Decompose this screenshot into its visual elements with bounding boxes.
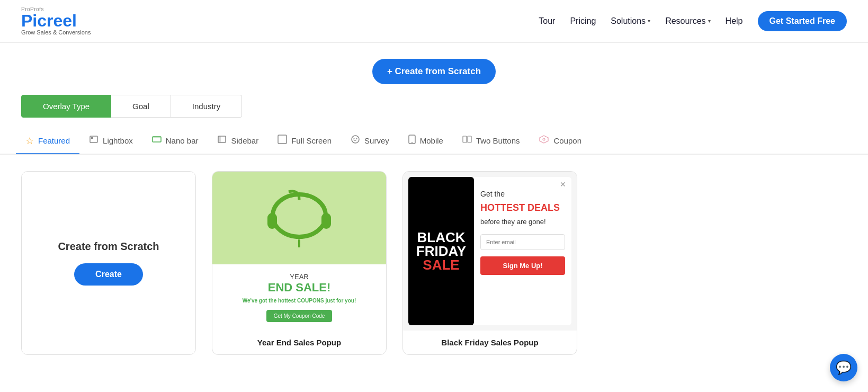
svg-rect-0	[90, 136, 97, 142]
create-scratch-title: Create from Scratch	[58, 240, 159, 253]
svg-point-9	[356, 138, 357, 139]
overlay-tab-featured[interactable]: ☆ Featured	[16, 129, 79, 155]
svg-rect-1	[91, 137, 93, 139]
svg-point-11	[411, 142, 413, 143]
filter-tab-overlay-type[interactable]: Overlay Type	[21, 95, 111, 118]
twobuttons-icon	[462, 135, 472, 147]
svg-rect-12	[463, 136, 467, 142]
year-end-preview-image	[212, 172, 386, 264]
headphones-icon	[257, 184, 342, 253]
overlay-tab-mobile[interactable]: Mobile	[399, 128, 453, 155]
svg-rect-5	[218, 136, 221, 142]
nav-tour[interactable]: Tour	[539, 16, 555, 26]
nav-solutions[interactable]: Solutions ▾	[611, 16, 650, 26]
bf-before-text: before they are gone!	[480, 218, 565, 226]
get-started-button[interactable]: Get Started Free	[758, 11, 847, 31]
create-scratch-card: Create from Scratch Create	[21, 171, 196, 355]
overlay-tab-sidebar[interactable]: Sidebar	[208, 128, 268, 155]
survey-icon	[351, 135, 360, 147]
overlay-tab-featured-label: Featured	[38, 136, 70, 145]
svg-rect-16	[267, 213, 277, 229]
fullscreen-icon	[278, 135, 287, 147]
overlay-tab-twobuttons[interactable]: Two Buttons	[453, 128, 530, 155]
overlay-tab-coupon-label: Coupon	[553, 136, 581, 145]
year-end-card-label: Year End Sales Popup	[212, 331, 386, 354]
overlay-tab-sidebar-label: Sidebar	[231, 136, 258, 145]
overlay-tab-lightbox[interactable]: Lightbox	[79, 128, 142, 155]
bf-friday-text: FRIDAY	[416, 244, 466, 258]
overlay-tabs: ☆ Featured Lightbox Nano bar Sidebar Ful…	[0, 118, 868, 155]
chat-bubble-icon: 💬	[836, 360, 852, 371]
solutions-chevron-icon: ▾	[648, 18, 650, 24]
create-from-scratch-banner-button[interactable]: + Create from Scratch	[372, 59, 496, 84]
overlay-tab-coupon[interactable]: Coupon	[529, 128, 591, 155]
get-coupon-button[interactable]: Get My Coupon Code	[266, 310, 333, 322]
overlay-tab-lightbox-label: Lightbox	[103, 136, 133, 145]
svg-point-14	[543, 138, 545, 140]
year-text: YEAR	[221, 273, 378, 281]
bf-signup-button[interactable]: Sign Me Up!	[480, 256, 565, 275]
filter-tabs: Overlay Type Goal Industry	[0, 95, 868, 118]
overlay-tab-nanobar-label: Nano bar	[166, 136, 199, 145]
overlay-tab-survey-label: Survey	[364, 136, 389, 145]
nav-resources[interactable]: Resources ▾	[665, 16, 710, 26]
overlay-tab-mobile-label: Mobile	[420, 136, 443, 145]
lightbox-icon	[89, 135, 99, 147]
black-friday-preview: BLACK FRIDAY SALE ✕ Get the HOTTEST DEAL…	[403, 172, 577, 331]
black-friday-left-panel: BLACK FRIDAY SALE	[408, 177, 474, 325]
filter-tab-industry[interactable]: Industry	[171, 95, 242, 118]
end-sale-text: END SALE!	[221, 281, 378, 295]
nanobar-icon	[152, 135, 162, 147]
create-button[interactable]: Create	[74, 263, 143, 286]
svg-rect-13	[468, 136, 471, 142]
year-end-card: YEAR END SALE! We've got the hottest COU…	[212, 171, 387, 355]
svg-point-15	[273, 194, 326, 237]
overlay-tab-survey[interactable]: Survey	[341, 128, 399, 155]
overlay-tab-fullscreen-label: Full Screen	[291, 136, 332, 145]
logo-tagline: Grow Sales & Conversions	[21, 29, 91, 35]
filter-tab-goal[interactable]: Goal	[111, 95, 171, 118]
bf-black-text: BLACK	[417, 230, 466, 244]
coupon-icon	[539, 135, 549, 147]
year-end-desc: We've got the hottest COUPONS just for y…	[221, 298, 378, 304]
star-icon: ☆	[25, 135, 34, 147]
svg-point-7	[352, 136, 359, 143]
resources-chevron-icon: ▾	[708, 18, 711, 24]
svg-rect-17	[321, 213, 331, 229]
black-friday-card: BLACK FRIDAY SALE ✕ Get the HOTTEST DEAL…	[402, 171, 577, 355]
bf-hottest-text: HOTTEST DEALS	[480, 202, 565, 213]
svg-rect-3	[153, 137, 161, 138]
overlay-tab-fullscreen[interactable]: Full Screen	[268, 128, 341, 155]
bf-close-icon[interactable]: ✕	[560, 180, 566, 189]
main-nav: Tour Pricing Solutions ▾ Resources ▾ Hel…	[539, 11, 847, 31]
create-banner: + Create from Scratch	[0, 43, 868, 95]
black-friday-right-panel: ✕ Get the HOTTEST DEALS before they are …	[474, 177, 571, 325]
svg-rect-6	[278, 135, 287, 144]
mobile-icon	[408, 135, 416, 147]
bf-get-text: Get the	[480, 190, 565, 198]
overlay-tab-nanobar[interactable]: Nano bar	[142, 128, 208, 155]
bf-email-input[interactable]	[480, 234, 565, 250]
black-friday-card-label: Black Friday Sales Popup	[403, 331, 577, 354]
year-end-popup-inner: YEAR END SALE! We've got the hottest COU…	[212, 264, 386, 331]
nav-pricing[interactable]: Pricing	[570, 16, 596, 26]
logo-area: ProProfs Picreel Grow Sales & Conversion…	[21, 6, 91, 35]
svg-point-8	[354, 138, 355, 139]
picreel-logo: Picreel	[21, 12, 91, 29]
bf-sale-text: SALE	[423, 258, 459, 272]
nav-help[interactable]: Help	[726, 16, 743, 26]
sidebar-icon	[217, 135, 227, 147]
cards-section: Create from Scratch Create YEAR END SALE…	[0, 155, 868, 371]
header: ProProfs Picreel Grow Sales & Conversion…	[0, 0, 868, 42]
overlay-tab-twobuttons-label: Two Buttons	[476, 136, 520, 145]
